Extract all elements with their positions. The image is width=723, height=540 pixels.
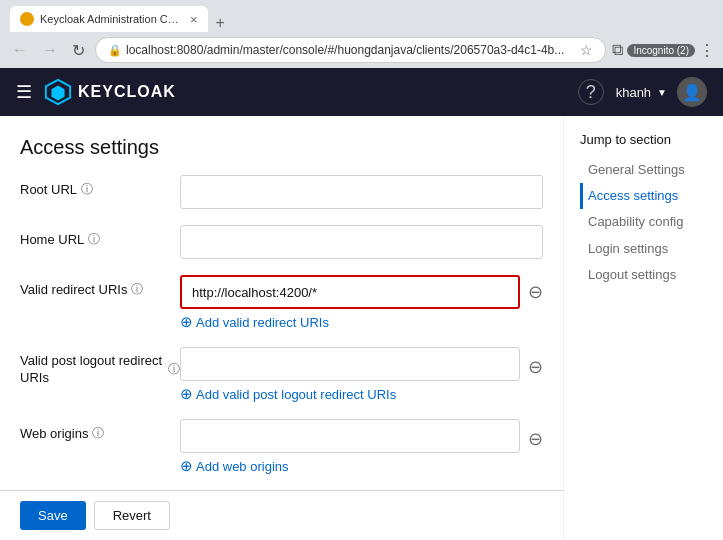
add-web-origins-plus-icon: ⊕ bbox=[180, 457, 193, 475]
root-url-input-area bbox=[180, 175, 543, 209]
nav-forward-button[interactable]: → bbox=[38, 39, 62, 61]
home-url-label: Home URL ⓘ bbox=[20, 225, 180, 248]
add-redirect-plus-icon: ⊕ bbox=[180, 313, 193, 331]
web-origins-wrapper: ⊖ ⊕ Add web origins bbox=[180, 419, 543, 475]
address-bar-icons: ☆ bbox=[580, 42, 593, 58]
address-url: localhost:8080/admin/master/console/#/hu… bbox=[126, 43, 564, 57]
valid-redirect-input[interactable] bbox=[180, 275, 520, 309]
new-tab-button[interactable]: + bbox=[208, 14, 233, 32]
save-button[interactable]: Save bbox=[20, 501, 86, 530]
redirect-input-row: ⊖ bbox=[180, 275, 543, 309]
add-web-origins-link[interactable]: ⊕ Add web origins bbox=[180, 457, 543, 475]
remove-redirect-button[interactable]: ⊖ bbox=[528, 281, 543, 303]
revert-button[interactable]: Revert bbox=[94, 501, 170, 530]
star-icon[interactable]: ☆ bbox=[580, 42, 593, 58]
root-url-label: Root URL ⓘ bbox=[20, 175, 180, 198]
address-bar[interactable]: 🔒 localhost:8080/admin/master/console/#/… bbox=[95, 37, 606, 63]
access-settings-heading: Access settings bbox=[20, 136, 543, 159]
valid-redirect-row: Valid redirect URIs ⓘ ⊖ ⊕ Add valid redi… bbox=[20, 275, 543, 331]
browser-tab-active[interactable]: Keycloak Administration Con... × bbox=[10, 6, 208, 32]
extensions-icon[interactable]: ⧉ bbox=[612, 41, 623, 59]
jump-logout-settings[interactable]: Logout settings bbox=[580, 262, 723, 288]
home-url-input-area bbox=[180, 225, 543, 259]
valid-redirect-label: Valid redirect URIs ⓘ bbox=[20, 275, 180, 298]
jump-access-settings[interactable]: Access settings bbox=[580, 183, 723, 209]
remove-web-origins-button[interactable]: ⊖ bbox=[528, 428, 543, 450]
avatar-icon: 👤 bbox=[682, 83, 702, 102]
root-url-help-icon[interactable]: ⓘ bbox=[81, 181, 93, 198]
nav-back-button[interactable]: ← bbox=[8, 39, 32, 61]
post-logout-wrapper: ⊖ ⊕ Add valid post logout redirect URIs bbox=[180, 347, 543, 403]
tab-favicon bbox=[20, 12, 34, 26]
jump-section-title: Jump to section bbox=[580, 132, 723, 147]
jump-login-settings[interactable]: Login settings bbox=[580, 236, 723, 262]
root-url-input[interactable] bbox=[180, 175, 543, 209]
keycloak-icon bbox=[44, 78, 72, 106]
keycloak-logo: KEYCLOAK bbox=[44, 78, 176, 106]
browser-menu-icon[interactable]: ⋮ bbox=[699, 41, 715, 60]
home-url-help-icon[interactable]: ⓘ bbox=[88, 231, 100, 248]
tab-close-button[interactable]: × bbox=[190, 12, 198, 27]
svg-marker-1 bbox=[51, 85, 64, 100]
jump-general-settings[interactable]: General Settings bbox=[580, 157, 723, 183]
remove-post-logout-button[interactable]: ⊖ bbox=[528, 356, 543, 378]
browser-toolbar: ← → ↻ 🔒 localhost:8080/admin/master/cons… bbox=[0, 32, 723, 68]
keycloak-text: KEYCLOAK bbox=[78, 83, 176, 101]
app-wrapper: ☰ KEYCLOAK ? khanh ▼ 👤 Access settings bbox=[0, 68, 723, 540]
user-avatar[interactable]: 👤 bbox=[677, 77, 707, 107]
home-url-input[interactable] bbox=[180, 225, 543, 259]
bottom-bar: Save Revert bbox=[0, 490, 563, 540]
browser-chrome: Keycloak Administration Con... × + ← → ↻… bbox=[0, 0, 723, 68]
web-origins-input-row: ⊖ bbox=[180, 419, 543, 453]
app-header: ☰ KEYCLOAK ? khanh ▼ 👤 bbox=[0, 68, 723, 116]
hamburger-button[interactable]: ☰ bbox=[16, 81, 32, 103]
web-origins-label: Web origins ⓘ bbox=[20, 419, 180, 442]
web-origins-row: Web origins ⓘ ⊖ ⊕ Add web origins bbox=[20, 419, 543, 475]
valid-redirect-wrapper: ⊖ ⊕ Add valid redirect URIs bbox=[180, 275, 543, 331]
username-label: khanh bbox=[616, 85, 651, 100]
help-button[interactable]: ? bbox=[578, 79, 604, 105]
post-logout-input-row: ⊖ bbox=[180, 347, 543, 381]
post-logout-help-icon[interactable]: ⓘ bbox=[168, 362, 180, 378]
valid-redirect-help-icon[interactable]: ⓘ bbox=[131, 281, 143, 298]
jump-capability-config[interactable]: Capability config bbox=[580, 209, 723, 235]
web-origins-help-icon[interactable]: ⓘ bbox=[92, 425, 104, 442]
web-origins-input[interactable] bbox=[180, 419, 520, 453]
add-post-logout-plus-icon: ⊕ bbox=[180, 385, 193, 403]
nav-reload-button[interactable]: ↻ bbox=[68, 39, 89, 62]
add-post-logout-link[interactable]: ⊕ Add valid post logout redirect URIs bbox=[180, 385, 543, 403]
root-url-row: Root URL ⓘ bbox=[20, 175, 543, 209]
tab-title: Keycloak Administration Con... bbox=[40, 13, 180, 25]
user-menu[interactable]: khanh ▼ bbox=[616, 85, 667, 100]
post-logout-input[interactable] bbox=[180, 347, 520, 381]
lock-icon: 🔒 bbox=[108, 44, 122, 57]
add-redirect-link[interactable]: ⊕ Add valid redirect URIs bbox=[180, 313, 543, 331]
content-area: Access settings Root URL ⓘ Home URL ⓘ bbox=[0, 116, 563, 540]
home-url-row: Home URL ⓘ bbox=[20, 225, 543, 259]
post-logout-label: Valid post logout redirect URIs ⓘ bbox=[20, 347, 180, 387]
main-layout: Access settings Root URL ⓘ Home URL ⓘ bbox=[0, 116, 723, 540]
user-menu-chevron: ▼ bbox=[657, 87, 667, 98]
browser-right-icons: ⧉ Incognito (2) ⋮ bbox=[612, 41, 715, 60]
jump-to-section-sidebar: Jump to section General Settings Access … bbox=[563, 116, 723, 540]
post-logout-row: Valid post logout redirect URIs ⓘ ⊖ ⊕ Ad… bbox=[20, 347, 543, 403]
browser-tab-bar: Keycloak Administration Con... × + bbox=[0, 0, 723, 32]
incognito-badge: Incognito (2) bbox=[627, 44, 695, 57]
